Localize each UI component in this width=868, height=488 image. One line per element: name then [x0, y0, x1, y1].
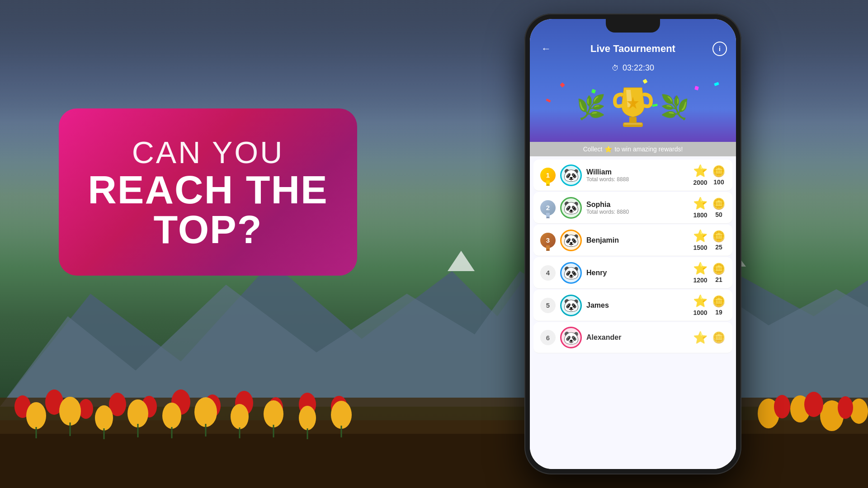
star-icon-4: ⭐: [693, 262, 708, 276]
svg-point-23: [162, 403, 181, 429]
svg-point-44: [804, 392, 823, 417]
collect-suffix: to win amazing rewards!: [614, 145, 683, 153]
score-star-5: ⭐ 1000: [693, 294, 708, 316]
svg-point-20: [59, 397, 81, 426]
phone-inner: ← Live Taournement i ⏱ 03:22:30: [530, 19, 736, 469]
star-icon-2: ⭐: [693, 197, 708, 211]
coin-num-1: 100: [713, 178, 724, 186]
promo-banner: CAN YOU REACH THE TOP?: [59, 108, 357, 276]
player-info-3: Benjamin: [586, 236, 689, 244]
header-nav: ← Live Taournement i: [539, 42, 727, 60]
svg-rect-49: [624, 123, 642, 125]
player-name-1: William: [586, 168, 689, 176]
rank-badge-5: 5: [540, 298, 556, 313]
star-emoji: ⭐: [604, 145, 612, 153]
svg-rect-47: [629, 117, 637, 122]
player-info-1: William Total words: 8888: [586, 168, 689, 183]
phone-container: ← Live Taournement i ⏱ 03:22:30: [524, 14, 741, 474]
table-row: 1 🐼 William Total words: 8888 ⭐ 2000: [533, 160, 732, 191]
player-name-4: Henry: [586, 269, 689, 277]
timer-value: 03:22:30: [623, 63, 654, 73]
rank-badge-wrap-2: 2: [540, 200, 556, 216]
coin-icon-1: 🪙: [712, 165, 726, 178]
table-row: 6 🐼 Alexander ⭐ 🪙: [533, 322, 732, 353]
promo-line3: TOP?: [153, 210, 262, 249]
score-num-1: 2000: [693, 179, 707, 186]
avatar-4: 🐼: [560, 262, 582, 284]
player-info-6: Alexander: [586, 333, 689, 342]
player-info-5: James: [586, 301, 689, 310]
avatar-3: 🐼: [560, 230, 582, 251]
star-icon-6: ⭐: [693, 331, 708, 345]
score-num-4: 1200: [693, 277, 707, 284]
table-row: 4 🐼 Henry ⭐ 1200 🪙 21: [533, 257, 732, 289]
player-info-2: Sophia Total words: 8880: [586, 201, 689, 215]
coin-stack-4: 🪙 21: [712, 263, 726, 283]
back-button[interactable]: ←: [539, 42, 553, 56]
trophy-display: 🌿: [539, 85, 727, 128]
leaderboard: 1 🐼 William Total words: 8888 ⭐ 2000: [530, 156, 736, 469]
svg-point-22: [127, 399, 148, 427]
player-name-6: Alexander: [586, 333, 689, 342]
player-words-1: Total words: 8888: [586, 176, 689, 183]
coin-stack-2: 🪙 50: [712, 197, 726, 218]
star-icon-5: ⭐: [693, 294, 708, 308]
player-info-4: Henry: [586, 269, 689, 277]
score-star-4: ⭐ 1200: [693, 262, 708, 284]
svg-marker-3: [448, 251, 475, 271]
score-num-5: 1000: [693, 309, 707, 316]
coin-stack-1: 🪙 100: [712, 165, 726, 186]
player-name-5: James: [586, 301, 689, 310]
timer-row: ⏱ 03:22:30: [539, 60, 727, 76]
rank-badge-4: 4: [540, 265, 556, 281]
score-num-3: 1500: [693, 244, 707, 251]
collect-text: Collect: [583, 145, 603, 153]
coin-stack-5: 🪙 19: [712, 295, 726, 316]
svg-point-28: [331, 401, 352, 429]
coin-num-4: 21: [715, 276, 722, 283]
coin-stack-6: 🪙: [712, 331, 726, 344]
player-name-3: Benjamin: [586, 236, 689, 244]
app-title: Live Taournement: [553, 43, 712, 55]
rank-badge-wrap-3: 3: [540, 233, 556, 248]
avatar-1: 🐼: [560, 164, 582, 186]
phone-frame: ← Live Taournement i ⏱ 03:22:30: [524, 14, 741, 474]
svg-point-10: [79, 399, 93, 419]
promo-line2: REACH THE: [88, 170, 328, 210]
app-content: ← Live Taournement i ⏱ 03:22:30: [530, 19, 736, 469]
promo-line1: CAN YOU: [132, 135, 284, 170]
avatar-6: 🐼: [560, 327, 582, 348]
table-row: 5 🐼 James ⭐ 1000 🪙 19: [533, 290, 732, 321]
laurel-right: 🌿: [660, 95, 689, 119]
phone-notch: [606, 19, 660, 33]
timer-icon: ⏱: [612, 64, 619, 72]
trophy-area: 🌿: [530, 76, 736, 142]
svg-point-26: [264, 400, 283, 427]
score-star-2: ⭐ 1800: [693, 197, 708, 219]
rank-badge-wrap-1: 1: [540, 168, 556, 183]
player-name-2: Sophia: [586, 201, 689, 209]
score-star-3: ⭐ 1500: [693, 229, 708, 251]
coin-num-3: 25: [715, 244, 722, 251]
svg-point-21: [95, 405, 113, 431]
collect-banner: Collect ⭐ to win amazing rewards!: [530, 142, 736, 156]
star-icon-3: ⭐: [693, 229, 708, 243]
score-star-6: ⭐: [693, 331, 708, 345]
svg-point-19: [26, 402, 46, 429]
player-words-2: Total words: 8880: [586, 209, 689, 215]
coin-icon-2: 🪙: [712, 197, 726, 210]
avatar-5: 🐼: [560, 295, 582, 316]
table-row: 3 🐼 Benjamin ⭐ 1500 🪙 2: [533, 225, 732, 256]
coin-icon-5: 🪙: [712, 295, 726, 308]
coin-stack-3: 🪙 25: [712, 230, 726, 251]
info-button[interactable]: i: [712, 42, 727, 56]
coin-icon-3: 🪙: [712, 230, 726, 243]
avatar-2: 🐼: [560, 197, 582, 219]
score-num-2: 1800: [693, 211, 707, 219]
laurel-left: 🌿: [576, 95, 606, 119]
rank-badge-6: 6: [540, 330, 556, 345]
coin-num-5: 19: [715, 309, 722, 316]
score-star-1: ⭐ 2000: [693, 164, 708, 186]
coin-num-2: 50: [715, 211, 722, 218]
coin-icon-6: 🪙: [712, 331, 726, 344]
